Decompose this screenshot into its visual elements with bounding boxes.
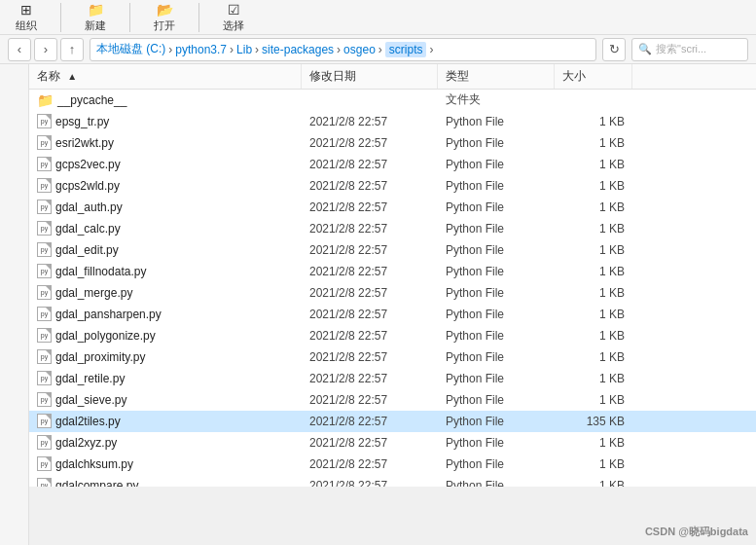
open-label: 打开 xyxy=(154,18,175,33)
file-date: 2021/2/8 22:57 xyxy=(302,457,438,471)
folder-icon: 📁 xyxy=(37,92,54,108)
file-name: gdalcompare.py xyxy=(55,479,138,488)
python-file-icon: py xyxy=(37,242,52,257)
table-row[interactable]: pygdal_calc.py2021/2/8 22:57Python File1… xyxy=(29,218,756,239)
file-size: 1 KB xyxy=(555,436,632,450)
file-size: 1 KB xyxy=(555,372,632,385)
separator-3 xyxy=(198,3,199,32)
file-date: 2021/2/8 22:57 xyxy=(302,436,438,450)
file-size: 1 KB xyxy=(555,243,632,257)
python-file-icon: py xyxy=(37,157,52,171)
file-type: Python File xyxy=(438,286,555,300)
python-file-icon: py xyxy=(37,200,52,214)
table-row[interactable]: pygdal_polygonize.py2021/2/8 22:57Python… xyxy=(29,325,756,346)
organize-button[interactable]: ⊞ 组织 xyxy=(8,0,45,35)
file-name: gcps2wld.py xyxy=(55,179,120,193)
toolbar-organize-group: ⊞ 组织 xyxy=(8,0,45,35)
col-header-size[interactable]: 大小 xyxy=(555,64,632,89)
breadcrumb-item-scripts[interactable]: scripts xyxy=(385,42,427,57)
breadcrumb-sep-6: › xyxy=(429,43,433,56)
table-row[interactable]: pygdal_edit.py2021/2/8 22:57Python File1… xyxy=(29,239,756,261)
table-row[interactable]: pygdal_auth.py2021/2/8 22:57Python File1… xyxy=(29,197,756,218)
table-row[interactable]: pygdal_fillnodata.py2021/2/8 22:57Python… xyxy=(29,261,756,282)
table-row[interactable]: 📁__pycache__文件夹 xyxy=(29,90,756,111)
table-row[interactable]: pyesri2wkt.py2021/2/8 22:57Python File1 … xyxy=(29,132,756,154)
new-icon: 📁 xyxy=(88,2,104,18)
file-name-cell: pygdal_pansharpen.py xyxy=(29,307,302,321)
table-row[interactable]: pygdal_pansharpen.py2021/2/8 22:57Python… xyxy=(29,304,756,325)
breadcrumb[interactable]: 本地磁盘 (C:) › python3.7 › Lib › site-packa… xyxy=(90,38,596,61)
file-type: Python File xyxy=(438,329,555,343)
python-file-icon: py xyxy=(37,478,52,487)
python-file-icon: py xyxy=(37,456,52,471)
col-header-date[interactable]: 修改日期 xyxy=(302,64,438,89)
breadcrumb-sep-5: › xyxy=(378,43,382,56)
file-name-cell: pyepsg_tr.py xyxy=(29,114,302,128)
file-name-cell: pygdal_calc.py xyxy=(29,221,302,236)
main-container: 名称 ▲ 修改日期 类型 大小 📁__pycache__文件夹pyepsg_tr… xyxy=(0,64,756,545)
file-type: Python File xyxy=(438,372,555,385)
table-row[interactable]: pygdal2xyz.py2021/2/8 22:57Python File1 … xyxy=(29,432,756,454)
search-box[interactable]: 🔍 搜索"scri... xyxy=(631,38,748,61)
file-date: 2021/2/8 22:57 xyxy=(302,286,438,300)
file-size: 135 KB xyxy=(555,415,632,428)
file-type: Python File xyxy=(438,415,555,428)
col-type-label: 类型 xyxy=(446,69,469,83)
table-row[interactable]: pygdalcompare.py2021/2/8 22:57Python Fil… xyxy=(29,475,756,487)
python-file-icon: py xyxy=(37,349,52,364)
file-type: Python File xyxy=(438,115,555,128)
table-row[interactable]: pygdal_sieve.py2021/2/8 22:57Python File… xyxy=(29,389,756,411)
up-button[interactable]: ↑ xyxy=(60,38,84,61)
file-size: 1 KB xyxy=(555,393,632,407)
file-type: Python File xyxy=(438,222,555,236)
open-button[interactable]: 📂 打开 xyxy=(146,0,183,35)
file-size: 1 KB xyxy=(555,115,632,128)
select-label: 选择 xyxy=(223,18,244,33)
file-size: 1 KB xyxy=(555,136,632,150)
file-date: 2021/2/8 22:57 xyxy=(302,200,438,214)
table-row[interactable]: pygdalchksum.py2021/2/8 22:57Python File… xyxy=(29,454,756,475)
breadcrumb-item-lib[interactable]: Lib xyxy=(236,43,252,56)
back-button[interactable]: ‹ xyxy=(8,38,31,61)
file-name: epsg_tr.py xyxy=(55,115,109,128)
file-date: 2021/2/8 22:57 xyxy=(302,243,438,257)
address-bar: ‹ › ↑ 本地磁盘 (C:) › python3.7 › Lib › site… xyxy=(0,35,756,64)
table-row[interactable]: pyepsg_tr.py2021/2/8 22:57Python File1 K… xyxy=(29,111,756,132)
new-button[interactable]: 📁 新建 xyxy=(77,0,114,35)
python-file-icon: py xyxy=(37,135,52,150)
table-row[interactable]: pygdal_merge.py2021/2/8 22:57Python File… xyxy=(29,282,756,304)
file-date: 2021/2/8 22:57 xyxy=(302,265,438,278)
col-size-label: 大小 xyxy=(562,69,586,83)
file-name: gdal2tiles.py xyxy=(55,415,121,428)
file-type: Python File xyxy=(438,179,555,193)
col-header-name[interactable]: 名称 ▲ xyxy=(29,64,302,89)
file-name-cell: pygdal_polygonize.py xyxy=(29,328,302,343)
select-button[interactable]: ☑ 选择 xyxy=(215,0,252,35)
table-row[interactable]: pygdal2tiles.py2021/2/8 22:57Python File… xyxy=(29,411,756,432)
forward-button[interactable]: › xyxy=(34,38,57,61)
separator-2 xyxy=(129,3,130,32)
breadcrumb-item-sitepackages[interactable]: site-packages xyxy=(262,43,334,56)
file-name: gdalchksum.py xyxy=(55,457,133,471)
breadcrumb-item-osgeo[interactable]: osgeo xyxy=(343,43,376,56)
organize-icon: ⊞ xyxy=(20,2,32,18)
file-size: 1 KB xyxy=(555,158,632,171)
file-name: gdal_merge.py xyxy=(55,286,132,300)
col-header-type[interactable]: 类型 xyxy=(438,64,555,89)
file-type: Python File xyxy=(438,457,555,471)
table-row[interactable]: pygdal_proximity.py2021/2/8 22:57Python … xyxy=(29,346,756,368)
table-row[interactable]: pygdal_retile.py2021/2/8 22:57Python Fil… xyxy=(29,368,756,389)
table-row[interactable]: pygcps2wld.py2021/2/8 22:57Python File1 … xyxy=(29,175,756,197)
python-file-icon: py xyxy=(37,392,52,407)
breadcrumb-item-localdisk[interactable]: 本地磁盘 (C:) xyxy=(96,41,165,57)
breadcrumb-item-python[interactable]: python3.7 xyxy=(175,43,227,56)
file-name: gdal_fillnodata.py xyxy=(55,265,146,278)
file-size: 1 KB xyxy=(555,457,632,471)
file-date: 2021/2/8 22:57 xyxy=(302,308,438,321)
file-name-cell: pygdal_proximity.py xyxy=(29,349,302,364)
table-row[interactable]: pygcps2vec.py2021/2/8 22:57Python File1 … xyxy=(29,154,756,175)
refresh-button[interactable]: ↻ xyxy=(602,38,626,61)
left-panel xyxy=(0,64,29,545)
file-date: 2021/2/8 22:57 xyxy=(302,350,438,364)
open-icon: 📂 xyxy=(157,2,173,18)
